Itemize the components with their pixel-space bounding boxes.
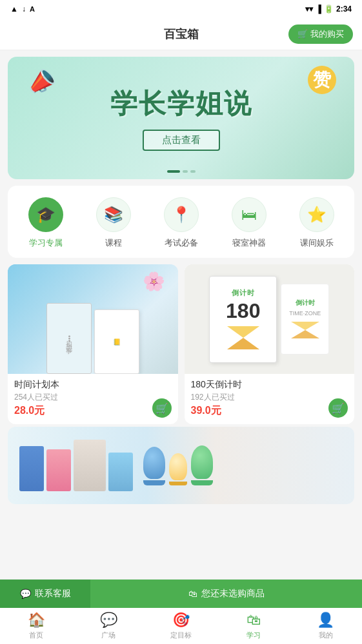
stationery-light <box>108 453 133 491</box>
my-purchase-button[interactable]: 🛒 我的购买 <box>288 24 353 44</box>
svg-marker-1 <box>227 338 259 349</box>
product-price-timer: 39.0元 <box>191 404 348 418</box>
product-card-timer[interactable]: 倒计时 180 倒计时 TIME·ZONE <box>185 264 355 424</box>
stationery-pink <box>46 449 71 491</box>
signal-bars-icon: ▐ <box>316 5 321 14</box>
product-sold-notebook: 254人已买过 <box>14 392 172 403</box>
font-icon: A <box>30 5 35 13</box>
category-icon-study: 🎓 <box>28 197 63 232</box>
nav-label-study: 学习 <box>246 630 261 640</box>
figurine-yellow-base <box>169 482 187 485</box>
figurine-yellow <box>169 453 187 480</box>
figurine-green <box>191 445 213 479</box>
figurine-green-base <box>191 480 213 485</box>
category-item-exam[interactable]: 📍 考试必备 <box>164 197 199 249</box>
category-item-fun[interactable]: ⭐ 课间娱乐 <box>299 197 334 249</box>
cart-status[interactable]: 🛍 您还未选购商品 <box>90 588 362 600</box>
bottom-product-image <box>8 427 354 504</box>
category-label-fun: 课间娱乐 <box>300 237 334 249</box>
cs-bar: 💬 联系客服 🛍 您还未选购商品 <box>0 580 362 608</box>
status-left: ▲ ↓ A <box>10 5 35 14</box>
category-list: 🎓 学习专属 📚 课程 📍 考试必备 🛏 寝室神器 ⭐ 课间娱乐 <box>12 197 350 249</box>
product-image-notebook: 🌸 初•光•记•事 📒 <box>8 264 178 374</box>
nav-item-study[interactable]: 🛍 学习 <box>217 608 290 644</box>
banner-title: 学长学姐说 <box>110 86 252 122</box>
nav-item-plaza[interactable]: 💬 广场 <box>72 608 145 644</box>
bottom-nav: 🏠 首页 💬 广场 🎯 定目标 🛍 学习 👤 我的 <box>0 608 362 644</box>
megaphone-icon: 📣 <box>23 64 60 100</box>
product-sold-timer: 192人已买过 <box>191 392 348 403</box>
category-label-exam: 考试必备 <box>165 237 198 249</box>
product-name-notebook: 时间计划本 <box>14 379 172 391</box>
time-display: 2:34 <box>336 5 352 14</box>
plaza-icon: 💬 <box>100 612 117 629</box>
nav-item-mine[interactable]: 👤 我的 <box>290 608 362 644</box>
product-image-timer: 倒计时 180 倒计时 TIME·ZONE <box>185 264 355 374</box>
cs-icon: 💬 <box>20 589 31 599</box>
page-title: 百宝箱 <box>164 26 199 42</box>
product-info-notebook: 时间计划本 254人已买过 28.0元 🛒 <box>8 374 178 424</box>
home-icon: 🏠 <box>28 612 45 629</box>
category-icon-dorm: 🛏 <box>232 197 266 232</box>
banner-button[interactable]: 点击查看 <box>143 130 220 151</box>
category-icon-fun: ⭐ <box>299 197 334 232</box>
bag-icon: 🛍 <box>188 589 197 599</box>
category-label-study: 学习专属 <box>29 237 63 249</box>
battery-icon: 🔋 <box>324 5 334 14</box>
svg-marker-0 <box>227 326 259 338</box>
nav-label-home: 首页 <box>29 630 43 640</box>
nav-label-target: 定目标 <box>170 630 192 640</box>
bottom-product-strip[interactable] <box>8 427 354 504</box>
product-card-notebook[interactable]: 🌸 初•光•记•事 📒 时间计划本 254人已买过 28.0元 🛒 <box>8 264 178 424</box>
banner-dot-active <box>167 170 180 173</box>
banner-dot-2 <box>190 170 196 173</box>
banner[interactable]: 📣 赞 学长学姐说 点击查看 <box>8 57 354 179</box>
status-bar: ▲ ↓ A ▾▾ ▐ 🔋 2:34 <box>0 0 362 18</box>
category-label-dorm: 寝室神器 <box>232 237 266 249</box>
category-label-course: 课程 <box>105 237 122 249</box>
nav-item-home[interactable]: 🏠 首页 <box>0 608 72 644</box>
download-icon: ↓ <box>22 5 26 14</box>
stationery-blue <box>19 446 44 491</box>
wifi-icon: ▾▾ <box>305 5 313 14</box>
nav-label-mine: 我的 <box>319 630 333 640</box>
signal-icon: ▲ <box>10 5 18 14</box>
status-right: ▾▾ ▐ 🔋 2:34 <box>305 5 352 14</box>
study-icon: 🛍 <box>246 612 261 629</box>
category-item-study[interactable]: 🎓 学习专属 <box>28 197 63 249</box>
product-info-timer: 180天倒计时 192人已买过 39.0元 🛒 <box>185 374 355 424</box>
cart-label: 您还未选购商品 <box>201 588 265 600</box>
banner-dot-1 <box>183 170 188 173</box>
category-section: 🎓 学习专属 📚 课程 📍 考试必备 🛏 寝室神器 ⭐ 课间娱乐 <box>8 186 354 258</box>
category-icon-course: 📚 <box>96 197 131 232</box>
target-icon: 🎯 <box>172 612 190 629</box>
category-item-course[interactable]: 📚 课程 <box>96 197 131 249</box>
cs-label: 联系客服 <box>35 588 71 600</box>
mine-icon: 👤 <box>317 612 334 629</box>
svg-marker-3 <box>291 330 319 338</box>
top-nav: 百宝箱 🛒 我的购买 <box>0 18 362 50</box>
nav-label-plaza: 广场 <box>101 630 116 640</box>
buy-button-label: 我的购买 <box>310 28 344 40</box>
customer-service-button[interactable]: 💬 联系客服 <box>0 580 90 608</box>
product-grid: 🌸 初•光•记•事 📒 时间计划本 254人已买过 28.0元 🛒 倒计时 18… <box>8 264 354 424</box>
nav-item-target[interactable]: 🎯 定目标 <box>145 608 217 644</box>
banner-indicator <box>167 170 196 173</box>
add-to-cart-notebook[interactable]: 🛒 <box>152 398 172 418</box>
cart-icon: 🛒 <box>297 29 308 39</box>
category-icon-exam: 📍 <box>164 197 199 232</box>
category-item-dorm[interactable]: 🛏 寝室神器 <box>232 197 266 249</box>
product-price-notebook: 28.0元 <box>14 404 172 418</box>
add-to-cart-timer[interactable]: 🛒 <box>328 398 348 418</box>
figurine-blue <box>143 447 165 479</box>
product-name-timer: 180天倒计时 <box>191 379 348 391</box>
bottom-bar-wrapper: 💬 联系客服 🛍 您还未选购商品 🏠 首页 💬 广场 🎯 定目标 🛍 学习 👤 … <box>0 579 362 644</box>
svg-marker-2 <box>291 322 319 330</box>
star-badge: 赞 <box>308 66 336 94</box>
figurine-blue-base <box>143 480 165 485</box>
stationery-notebook <box>74 440 106 491</box>
